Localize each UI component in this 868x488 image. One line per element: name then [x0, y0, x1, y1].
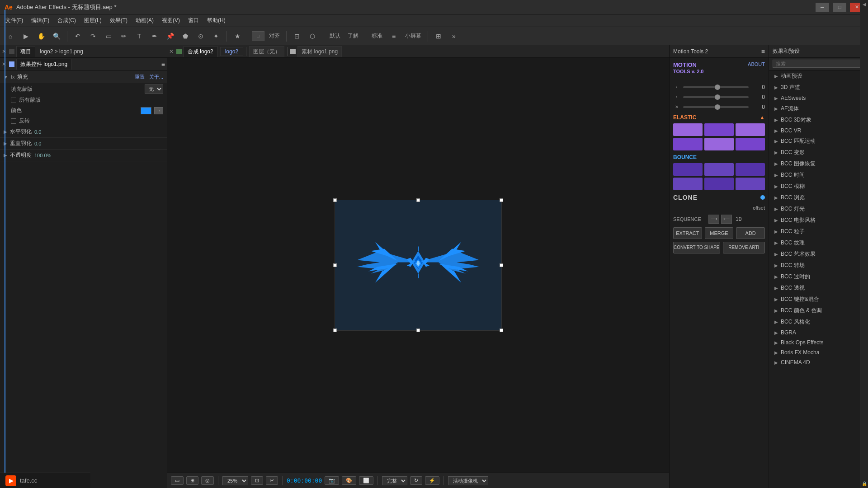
effect-item-bccperspective[interactable]: ▶ BCC 透视 [769, 282, 868, 294]
slider-3[interactable] [683, 106, 749, 108]
quality-select[interactable]: 完整 [382, 476, 407, 485]
add-button[interactable]: ADD [736, 227, 765, 239]
text-tool[interactable]: T [132, 30, 146, 42]
viewer-rect-btn[interactable]: ▭ [171, 476, 184, 485]
refresh-btn[interactable]: ↻ [410, 476, 422, 485]
effects-tab-close[interactable]: ✕ [2, 61, 6, 67]
elastic-btn-3[interactable] [736, 123, 765, 136]
effect-item-bccimage[interactable]: ▶ BCC 图像恢复 [769, 158, 868, 169]
effect-item-3d[interactable]: ▶ 3D 声道 [769, 82, 868, 93]
bounce-btn-5[interactable] [704, 178, 734, 190]
extract-button[interactable]: EXTRACT [673, 227, 702, 239]
fast-btn[interactable]: ⚡ [425, 476, 439, 485]
slider3-x-icon[interactable]: ✕ [673, 103, 680, 111]
effects-panel-menu[interactable]: ≡ [161, 61, 165, 68]
effects-search-input[interactable] [773, 60, 864, 68]
effect-item-aesweets[interactable]: ▶ AESweets [769, 93, 868, 103]
handle-ml[interactable] [333, 263, 337, 267]
3d-tool[interactable]: ⬡ [306, 30, 319, 42]
more-btn[interactable]: » [447, 30, 461, 42]
comp-canvas[interactable] [335, 200, 502, 331]
snap-tool[interactable]: ⊡ [290, 30, 304, 42]
effect-item-bcc3d[interactable]: ▶ BCC 3D对象 [769, 114, 868, 126]
handle-br[interactable] [500, 328, 503, 332]
motion-about-btn[interactable]: ABOUT [748, 61, 765, 67]
project-tab-close[interactable]: ✕ [2, 48, 6, 55]
effect-item-aefluid[interactable]: ▶ AE流体 [769, 103, 868, 114]
v-feather-header[interactable]: ▶ 垂直羽化 0.0 [0, 138, 167, 149]
effect-item-bgra[interactable]: ▶ BGRA [769, 328, 868, 338]
seq-icon-1[interactable]: ⟶ [708, 215, 719, 224]
maximize-button[interactable]: □ [833, 3, 846, 12]
effect-item-blackops[interactable]: ▶ Black Ops Effects [769, 338, 868, 347]
menu-help[interactable]: 帮助(H) [203, 15, 229, 26]
effects-tab[interactable]: 效果控件 logo1.png [16, 59, 71, 70]
material-tab[interactable]: 素材 logo1.png [297, 46, 342, 57]
fill-tool[interactable]: ⬟ [179, 30, 192, 42]
logo2-comp-tab[interactable]: logo2 [220, 47, 243, 56]
effect-item-bccparticle[interactable]: ▶ BCC 粒子 [769, 226, 868, 237]
menu-composition[interactable]: 合成(C) [54, 15, 80, 26]
menu-animation[interactable]: 动画(A) [132, 15, 157, 26]
handle-mr[interactable] [500, 263, 503, 267]
h-feather-header[interactable]: ▶ 水平羽化 0.0 [0, 126, 167, 137]
slider-2[interactable] [683, 96, 749, 98]
workspace-btn[interactable]: ⊞ [432, 30, 445, 42]
viewer-pixel-btn[interactable]: ⊞ [186, 476, 198, 485]
zoom-tool[interactable]: 🔍 [50, 30, 63, 42]
menu-file[interactable]: 文件(F) [2, 15, 27, 26]
menu-view[interactable]: 视图(V) [158, 15, 184, 26]
viewer-alpha-btn[interactable]: ◎ [201, 476, 214, 485]
handle-bm[interactable] [416, 328, 420, 332]
menu-window[interactable]: 窗口 [184, 15, 203, 26]
handle-bl[interactable] [333, 328, 337, 332]
bounce-btn-3[interactable] [736, 163, 765, 176]
fit-btn[interactable]: ⊡ [251, 476, 263, 485]
effect-item-bccvr[interactable]: ▶ BCC VR [769, 126, 868, 136]
color-picker-icon[interactable]: → [154, 107, 163, 114]
bounce-btn-2[interactable] [704, 163, 734, 176]
zoom-select[interactable]: 25% [222, 476, 248, 485]
color-btn[interactable]: 🎨 [342, 476, 356, 485]
roto-tool[interactable]: ⊙ [194, 30, 208, 42]
elastic-btn-2[interactable] [704, 123, 734, 136]
handle-tm[interactable] [416, 198, 420, 202]
crop-btn[interactable]: ✂ [266, 476, 278, 485]
color-swatch[interactable] [141, 107, 151, 114]
brush-tool[interactable]: ✒ [148, 30, 161, 42]
effect-item-bcclight[interactable]: ▶ BCC 灯光 [769, 203, 868, 215]
effect-item-bccold[interactable]: ▶ BCC 过时的 [769, 271, 868, 282]
effect-item-bcccolor[interactable]: ▶ BCC 颜色 & 色调 [769, 305, 868, 316]
slider2-thumb[interactable] [715, 94, 720, 100]
camera-select[interactable]: 活动摄像机 [448, 476, 488, 485]
snapshot-btn[interactable]: 📷 [325, 476, 339, 485]
elastic-btn-4[interactable] [673, 138, 703, 150]
effect-item-bccmatch[interactable]: ▶ BCC 匹配运动 [769, 136, 868, 147]
select-tool[interactable]: ▶ [19, 30, 33, 42]
slider1-thumb[interactable] [715, 84, 720, 90]
menu-layer[interactable]: 图层(L) [80, 15, 105, 26]
motion-tools-menu[interactable]: ≡ [761, 48, 765, 55]
effect-item-bccbrowse[interactable]: ▶ BCC 浏览 [769, 192, 868, 203]
home-button[interactable]: ⌂ [4, 30, 17, 42]
slider3-thumb[interactable] [715, 104, 720, 110]
effect-item-bcctrans[interactable]: ▶ BCC 转场 [769, 260, 868, 271]
all-mask-checkbox[interactable] [11, 98, 16, 103]
menu-effect[interactable]: 效果(T) [106, 15, 131, 26]
transparent-btn[interactable]: ⬜ [359, 476, 373, 485]
slider1-left-arrow[interactable]: ‹ [673, 84, 680, 91]
menu-extra[interactable]: ≡ [387, 30, 401, 42]
effect-item-bcckeying[interactable]: ▶ BCC 键控&混合 [769, 294, 868, 305]
effect-item-animation[interactable]: ▶ 动画预设 [769, 70, 868, 82]
pen-tool[interactable]: ✏ [117, 30, 131, 42]
fill-type-select[interactable]: 无 [145, 84, 163, 94]
hand-tool[interactable]: ✋ [34, 30, 48, 42]
about-button[interactable]: 关于... [149, 74, 163, 80]
menu-edit[interactable]: 编辑(E) [28, 15, 53, 26]
slider-1[interactable] [683, 86, 749, 88]
pin-tool[interactable]: 📌 [163, 30, 177, 42]
seq-icon-2[interactable]: ⟵ [721, 215, 732, 224]
opacity-header[interactable]: ▶ 不透明度 100.0% [0, 150, 167, 161]
elastic-btn-6[interactable] [736, 138, 765, 150]
bounce-btn-4[interactable] [673, 178, 703, 190]
